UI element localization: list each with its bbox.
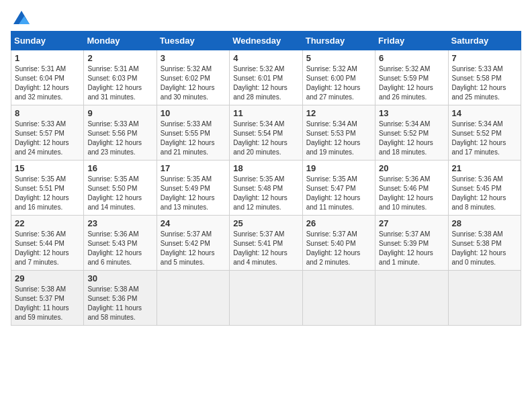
day-header-saturday: Saturday (448, 32, 521, 50)
calendar-cell: 26Sunrise: 5:37 AMSunset: 5:40 PMDayligh… (302, 216, 375, 271)
day-info: Sunrise: 5:35 AMSunset: 5:47 PMDaylight:… (306, 175, 371, 212)
calendar-cell: 20Sunrise: 5:36 AMSunset: 5:46 PMDayligh… (375, 161, 448, 216)
calendar-cell (448, 271, 521, 326)
day-info: Sunrise: 5:35 AMSunset: 5:50 PMDaylight:… (87, 175, 152, 212)
calendar-cell: 1Sunrise: 5:31 AMSunset: 6:04 PMDaylight… (11, 50, 84, 105)
calendar-cell: 2Sunrise: 5:31 AMSunset: 6:03 PMDaylight… (84, 50, 157, 105)
calendar-cell: 5Sunrise: 5:32 AMSunset: 6:00 PMDaylight… (302, 50, 375, 105)
day-number: 5 (306, 53, 371, 63)
calendar-cell: 28Sunrise: 5:38 AMSunset: 5:38 PMDayligh… (448, 216, 521, 271)
day-header-sunday: Sunday (11, 32, 84, 50)
day-info: Sunrise: 5:32 AMSunset: 5:59 PMDaylight:… (379, 64, 444, 102)
calendar-cell: 30Sunrise: 5:38 AMSunset: 5:36 PMDayligh… (84, 271, 157, 326)
day-number: 7 (452, 53, 517, 63)
day-info: Sunrise: 5:32 AMSunset: 6:00 PMDaylight:… (306, 64, 371, 102)
day-number: 29 (15, 273, 80, 283)
day-info: Sunrise: 5:33 AMSunset: 5:57 PMDaylight:… (15, 120, 80, 157)
day-number: 13 (379, 108, 444, 118)
logo (11, 11, 30, 24)
calendar-cell: 16Sunrise: 5:35 AMSunset: 5:50 PMDayligh… (84, 161, 157, 216)
day-header-monday: Monday (84, 32, 157, 50)
calendar-week-3: 15Sunrise: 5:35 AMSunset: 5:51 PMDayligh… (11, 161, 521, 216)
day-info: Sunrise: 5:35 AMSunset: 5:48 PMDaylight:… (233, 175, 298, 212)
day-number: 19 (306, 163, 371, 173)
day-info: Sunrise: 5:36 AMSunset: 5:44 PMDaylight:… (15, 230, 80, 267)
day-info: Sunrise: 5:37 AMSunset: 5:40 PMDaylight:… (306, 230, 371, 267)
day-number: 2 (87, 53, 152, 63)
day-info: Sunrise: 5:36 AMSunset: 5:45 PMDaylight:… (452, 175, 517, 212)
day-number: 15 (15, 163, 80, 173)
day-info: Sunrise: 5:32 AMSunset: 6:01 PMDaylight:… (233, 64, 298, 102)
calendar-cell (375, 271, 448, 326)
day-number: 11 (233, 108, 298, 118)
day-info: Sunrise: 5:38 AMSunset: 5:37 PMDaylight:… (15, 285, 80, 322)
day-info: Sunrise: 5:38 AMSunset: 5:36 PMDaylight:… (87, 285, 152, 322)
day-info: Sunrise: 5:33 AMSunset: 5:58 PMDaylight:… (452, 64, 517, 102)
day-number: 16 (87, 163, 152, 173)
day-number: 4 (233, 53, 298, 63)
day-info: Sunrise: 5:36 AMSunset: 5:46 PMDaylight:… (379, 175, 444, 212)
calendar-cell: 13Sunrise: 5:34 AMSunset: 5:52 PMDayligh… (375, 105, 448, 161)
day-number: 25 (233, 218, 298, 228)
day-info: Sunrise: 5:35 AMSunset: 5:49 PMDaylight:… (161, 175, 226, 212)
calendar-week-1: 1Sunrise: 5:31 AMSunset: 6:04 PMDaylight… (11, 50, 521, 105)
calendar-cell: 18Sunrise: 5:35 AMSunset: 5:48 PMDayligh… (230, 161, 302, 216)
day-info: Sunrise: 5:31 AMSunset: 6:03 PMDaylight:… (87, 64, 152, 102)
day-header-wednesday: Wednesday (230, 32, 302, 50)
calendar-cell: 27Sunrise: 5:37 AMSunset: 5:39 PMDayligh… (375, 216, 448, 271)
day-number: 6 (379, 53, 444, 63)
day-number: 23 (87, 218, 152, 228)
day-info: Sunrise: 5:32 AMSunset: 6:02 PMDaylight:… (161, 64, 226, 102)
day-number: 18 (233, 163, 298, 173)
day-number: 10 (161, 108, 226, 118)
calendar-week-4: 22Sunrise: 5:36 AMSunset: 5:44 PMDayligh… (11, 216, 521, 271)
day-info: Sunrise: 5:35 AMSunset: 5:51 PMDaylight:… (15, 175, 80, 212)
day-info: Sunrise: 5:33 AMSunset: 5:56 PMDaylight:… (87, 120, 152, 157)
day-info: Sunrise: 5:31 AMSunset: 6:04 PMDaylight:… (15, 64, 80, 102)
calendar-cell: 15Sunrise: 5:35 AMSunset: 5:51 PMDayligh… (11, 161, 84, 216)
day-number: 1 (15, 53, 80, 63)
day-number: 28 (452, 218, 517, 228)
day-header-thursday: Thursday (302, 32, 375, 50)
calendar-cell: 3Sunrise: 5:32 AMSunset: 6:02 PMDaylight… (157, 50, 229, 105)
day-info: Sunrise: 5:37 AMSunset: 5:41 PMDaylight:… (233, 230, 298, 267)
day-number: 3 (161, 53, 226, 63)
day-number: 12 (306, 108, 371, 118)
day-header-tuesday: Tuesday (157, 32, 229, 50)
calendar-week-5: 29Sunrise: 5:38 AMSunset: 5:37 PMDayligh… (11, 271, 521, 326)
calendar-cell: 4Sunrise: 5:32 AMSunset: 6:01 PMDaylight… (230, 50, 302, 105)
day-number: 20 (379, 163, 444, 173)
calendar-cell: 23Sunrise: 5:36 AMSunset: 5:43 PMDayligh… (84, 216, 157, 271)
day-info: Sunrise: 5:34 AMSunset: 5:52 PMDaylight:… (379, 120, 444, 157)
day-info: Sunrise: 5:33 AMSunset: 5:55 PMDaylight:… (161, 120, 226, 157)
calendar-cell: 14Sunrise: 5:34 AMSunset: 5:52 PMDayligh… (448, 105, 521, 161)
day-number: 27 (379, 218, 444, 228)
calendar-cell (157, 271, 229, 326)
day-info: Sunrise: 5:38 AMSunset: 5:38 PMDaylight:… (452, 230, 517, 267)
day-header-friday: Friday (375, 32, 448, 50)
calendar-week-2: 8Sunrise: 5:33 AMSunset: 5:57 PMDaylight… (11, 105, 521, 161)
calendar-cell: 6Sunrise: 5:32 AMSunset: 5:59 PMDaylight… (375, 50, 448, 105)
day-info: Sunrise: 5:34 AMSunset: 5:53 PMDaylight:… (306, 120, 371, 157)
calendar-cell: 12Sunrise: 5:34 AMSunset: 5:53 PMDayligh… (302, 105, 375, 161)
day-number: 21 (452, 163, 517, 173)
day-number: 14 (452, 108, 517, 118)
day-number: 17 (161, 163, 226, 173)
calendar-cell (302, 271, 375, 326)
calendar-cell: 11Sunrise: 5:34 AMSunset: 5:54 PMDayligh… (230, 105, 302, 161)
day-info: Sunrise: 5:36 AMSunset: 5:43 PMDaylight:… (87, 230, 152, 267)
calendar-cell: 8Sunrise: 5:33 AMSunset: 5:57 PMDaylight… (11, 105, 84, 161)
calendar-cell: 22Sunrise: 5:36 AMSunset: 5:44 PMDayligh… (11, 216, 84, 271)
day-info: Sunrise: 5:37 AMSunset: 5:39 PMDaylight:… (379, 230, 444, 267)
calendar-cell: 9Sunrise: 5:33 AMSunset: 5:56 PMDaylight… (84, 105, 157, 161)
page-header (11, 11, 521, 24)
calendar-cell: 7Sunrise: 5:33 AMSunset: 5:58 PMDaylight… (448, 50, 521, 105)
calendar-cell: 25Sunrise: 5:37 AMSunset: 5:41 PMDayligh… (230, 216, 302, 271)
calendar-cell: 24Sunrise: 5:37 AMSunset: 5:42 PMDayligh… (157, 216, 229, 271)
day-number: 26 (306, 218, 371, 228)
calendar-table: SundayMondayTuesdayWednesdayThursdayFrid… (11, 31, 521, 326)
calendar-cell: 29Sunrise: 5:38 AMSunset: 5:37 PMDayligh… (11, 271, 84, 326)
day-number: 22 (15, 218, 80, 228)
calendar-cell: 19Sunrise: 5:35 AMSunset: 5:47 PMDayligh… (302, 161, 375, 216)
day-info: Sunrise: 5:37 AMSunset: 5:42 PMDaylight:… (161, 230, 226, 267)
